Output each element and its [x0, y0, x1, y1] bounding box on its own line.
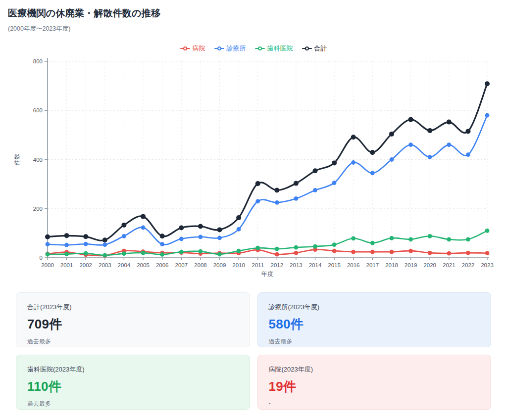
- chart-legend: 病院 診療所 歯科医院 合計: [8, 44, 499, 53]
- legend-item-dental[interactable]: 歯科医院: [255, 44, 293, 53]
- svg-text:0: 0: [40, 255, 43, 261]
- svg-text:2009: 2009: [213, 262, 226, 268]
- hospital-series-marker-icon: [180, 46, 190, 51]
- card-label: 診療所(2023年度): [269, 303, 480, 312]
- svg-text:2010: 2010: [232, 262, 245, 268]
- svg-text:2017: 2017: [366, 262, 379, 268]
- summary-cards: 合計(2023年度) 709件 過去最多 診療所(2023年度) 580件 過去…: [16, 292, 491, 410]
- summary-card-clinic: 診療所(2023年度) 580件 過去最多: [257, 292, 492, 347]
- svg-text:2001: 2001: [60, 262, 73, 268]
- legend-label: 合計: [314, 44, 327, 53]
- summary-card-hospital: 病院(2023年度) 19件 -: [257, 355, 492, 410]
- svg-text:2015: 2015: [328, 262, 341, 268]
- svg-text:2019: 2019: [405, 262, 417, 268]
- summary-card-dental: 歯科医院(2023年度) 110件 過去最多: [16, 355, 250, 410]
- card-label: 病院(2023年度): [269, 365, 480, 374]
- svg-text:2006: 2006: [156, 262, 169, 268]
- clinic-series-marker-icon: [214, 46, 224, 51]
- legend-item-total[interactable]: 合計: [302, 44, 327, 53]
- svg-text:2000: 2000: [41, 262, 54, 268]
- legend-item-clinic[interactable]: 診療所: [214, 44, 246, 53]
- svg-text:400: 400: [33, 157, 43, 163]
- card-value: 19件: [269, 378, 480, 395]
- dental-series-marker-icon: [255, 46, 265, 51]
- svg-text:2018: 2018: [385, 262, 398, 268]
- svg-text:2008: 2008: [194, 262, 207, 268]
- card-caption: 過去最多: [269, 337, 480, 346]
- svg-text:800: 800: [33, 58, 43, 64]
- page-title: 医療機関の休廃業・解散件数の推移: [8, 7, 499, 20]
- svg-text:2007: 2007: [175, 262, 188, 268]
- report-page: 医療機関の休廃業・解散件数の推移 (2000年度〜2023年度) 病院 診療所 …: [0, 0, 507, 410]
- total-series-marker-icon: [302, 46, 312, 51]
- svg-text:2002: 2002: [79, 262, 92, 268]
- svg-text:2022: 2022: [462, 262, 475, 268]
- card-caption: 過去最多: [27, 337, 239, 346]
- svg-text:600: 600: [33, 107, 43, 113]
- svg-text:200: 200: [33, 206, 43, 212]
- svg-text:2013: 2013: [290, 262, 303, 268]
- svg-text:2004: 2004: [118, 262, 131, 268]
- line-chart: 0200400600800200020012002200320042005200…: [8, 54, 499, 280]
- card-value: 110件: [27, 378, 239, 395]
- card-caption: 過去最多: [27, 400, 239, 408]
- svg-text:2016: 2016: [347, 262, 360, 268]
- svg-text:2014: 2014: [309, 262, 322, 268]
- card-caption: -: [269, 400, 480, 407]
- svg-text:2003: 2003: [99, 262, 111, 268]
- legend-label: 歯科医院: [267, 44, 293, 53]
- svg-text:2023: 2023: [481, 262, 494, 268]
- summary-card-total: 合計(2023年度) 709件 過去最多: [16, 292, 250, 347]
- legend-label: 病院: [193, 44, 205, 53]
- svg-text:件数: 件数: [13, 154, 20, 166]
- legend-item-hospital[interactable]: 病院: [180, 44, 205, 53]
- svg-text:2012: 2012: [271, 262, 284, 268]
- svg-text:年度: 年度: [261, 271, 274, 278]
- line-chart-canvas: 0200400600800200020012002200320042005200…: [8, 54, 503, 278]
- svg-text:2011: 2011: [252, 262, 264, 268]
- card-label: 合計(2023年度): [27, 303, 239, 312]
- card-value: 709件: [27, 316, 239, 333]
- legend-label: 診療所: [227, 44, 246, 53]
- card-label: 歯科医院(2023年度): [27, 365, 239, 374]
- svg-text:2021: 2021: [443, 262, 456, 268]
- page-subtitle: (2000年度〜2023年度): [8, 25, 499, 33]
- svg-text:2020: 2020: [423, 262, 436, 268]
- card-value: 580件: [269, 316, 480, 333]
- svg-text:2005: 2005: [137, 262, 150, 268]
